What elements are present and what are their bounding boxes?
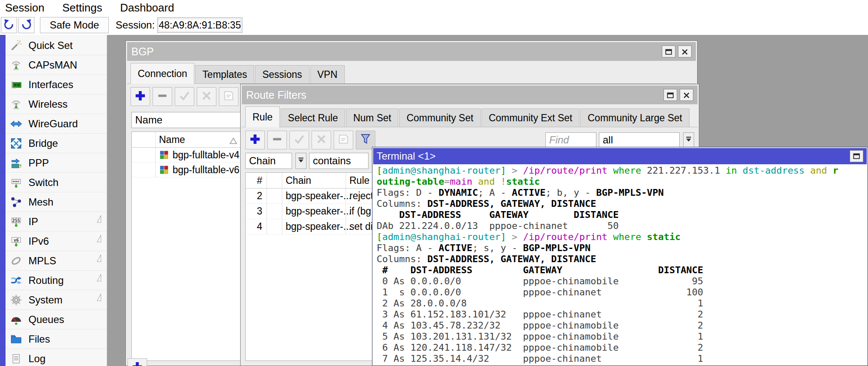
bgp-tab-templates[interactable]: Templates [195, 65, 254, 83]
submenu-arrow-icon [96, 253, 102, 263]
route-filters-tab-rule[interactable]: Rule [245, 106, 280, 127]
sidebar-item-files[interactable]: Files [6, 329, 107, 349]
submenu-arrow-icon [96, 292, 102, 302]
terminal-maximize-button[interactable] [850, 150, 863, 162]
bgp-tab-vpn[interactable]: VPN [310, 65, 345, 83]
filter-column-dropdown-arrow[interactable] [295, 153, 306, 169]
sidebar-item-queues[interactable]: Queues [6, 310, 107, 329]
add-button[interactable] [245, 131, 265, 149]
close-icon [681, 46, 689, 58]
scope-dropdown[interactable]: all [599, 132, 680, 148]
nic-icon [10, 78, 23, 91]
sidebar-item-routing[interactable]: Routing [6, 271, 107, 290]
bgp-close-button[interactable] [678, 46, 692, 57]
route-filters-tab-community-large-set[interactable]: Community Large Set [580, 109, 689, 127]
sidebar-menu: Quick SetCAPsMANInterfacesWirelessWireGu… [6, 36, 107, 366]
comment-button[interactable] [334, 131, 353, 149]
minus-icon [271, 133, 284, 147]
disable-button[interactable] [197, 87, 216, 106]
disable-button[interactable] [312, 131, 331, 149]
remove-button[interactable] [267, 131, 287, 149]
sidebar-item-ipv6[interactable]: v6IPv6 [6, 232, 107, 251]
sidebar-item-mesh[interactable]: Mesh [6, 192, 107, 212]
partial-add-button[interactable] [128, 358, 147, 366]
sidebar-item-log[interactable]: Log [6, 349, 107, 366]
sidebar-item-label: CAPsMAN [28, 59, 77, 71]
redo-icon [21, 19, 32, 31]
ip-255-icon: 255 [10, 215, 23, 228]
menu-session[interactable]: Session [3, 1, 53, 14]
log-sheet-icon [10, 352, 23, 365]
menu-dashboard[interactable]: Dashboard [118, 1, 182, 14]
sidebar-item-system[interactable]: System [6, 290, 107, 310]
bgp-maximize-button[interactable] [662, 46, 675, 57]
sidebar-item-quick-set[interactable]: Quick Set [6, 36, 107, 55]
bgp-titlebar[interactable]: BGP [127, 42, 696, 61]
plus-icon [134, 89, 147, 104]
undo-button[interactable] [1, 17, 17, 33]
menu-settings[interactable]: Settings [61, 1, 111, 14]
terminal-console[interactable]: [admin@shanghai-router] > /ip/route/prin… [373, 164, 867, 365]
filter-column-dropdown[interactable]: Chain [245, 153, 292, 169]
bgp-tab-sessions[interactable]: Sessions [255, 65, 309, 83]
route-filters-close-button[interactable] [680, 89, 693, 101]
route-filters-tab-num-set[interactable]: Num Set [346, 109, 398, 127]
bgp-window-title: BGP [131, 46, 154, 58]
gear-icon [10, 294, 23, 306]
sort-ascending-icon[interactable] [230, 136, 237, 147]
enable-button[interactable] [289, 131, 309, 149]
dropdown-arrow-icon [298, 157, 304, 165]
comment-button[interactable] [219, 87, 238, 106]
sidebar-item-mpls[interactable]: MPLS [6, 251, 107, 271]
route-filters-tab-select-rule[interactable]: Select Rule [281, 109, 345, 127]
check-icon [293, 133, 306, 147]
sidebar-item-interfaces[interactable]: Interfaces [6, 75, 107, 94]
route-filters-titlebar[interactable]: Route Filters [242, 86, 698, 104]
rule-header-icon[interactable] [267, 173, 282, 188]
rule-number-cell: 3 [246, 204, 267, 219]
find-placeholder: Find [549, 134, 569, 146]
session-id-field[interactable]: 48:A9:8A:91:B8:35 [157, 17, 242, 33]
scope-dropdown-arrow[interactable] [683, 132, 694, 148]
sidebar-item-label: Log [28, 353, 45, 365]
bgp-tab-connection[interactable]: Connection [130, 63, 194, 84]
folder-icon [10, 333, 23, 346]
find-input[interactable]: Find [545, 132, 596, 148]
rule-header-[interactable]: # [246, 173, 267, 188]
sidebar-item-wireless[interactable]: Wireless [6, 94, 107, 114]
route-filters-tab-community-ext-set[interactable]: Community Ext Set [482, 109, 580, 127]
main-toolbar: Safe Mode Session: 48:A9:8A:91:B8:35 [0, 15, 868, 35]
sidebar-item-label: Bridge [28, 137, 58, 149]
sidebar-item-ppp[interactable]: PPP [6, 153, 107, 173]
terminal-titlebar[interactable]: Terminal <1> [373, 148, 867, 164]
maximize-icon [667, 89, 674, 101]
sidebar-item-label: Quick Set [28, 40, 73, 51]
bgp-header-blank[interactable] [132, 132, 156, 147]
sidebar-item-switch[interactable]: Switch [6, 173, 107, 192]
route-filters-tab-community-set[interactable]: Community Set [399, 109, 480, 127]
add-button[interactable] [130, 87, 150, 106]
safe-mode-button[interactable]: Safe Mode [40, 17, 109, 33]
filter-operator-dropdown[interactable]: contains [309, 153, 369, 169]
enable-button[interactable] [175, 87, 194, 106]
remove-button[interactable] [153, 87, 172, 106]
plus-icon [131, 360, 144, 366]
rule-header-chain[interactable]: Chain [282, 173, 346, 188]
route-filters-window-title: Route Filters [246, 89, 306, 101]
redo-button[interactable] [18, 17, 34, 33]
bgp-connection-name: bgp-fulltable-v6 [173, 164, 239, 176]
bgp-tabstrip: ConnectionTemplatesSessionsVPN [127, 61, 696, 84]
x-icon [315, 133, 328, 147]
sidebar-item-ip[interactable]: 255IP [6, 212, 107, 232]
route-filters-maximize-button[interactable] [664, 89, 677, 101]
rule-number-cell: 4 [246, 219, 267, 234]
rule-chain-cell: bgp-speaker-... [282, 219, 346, 234]
sidebar-item-capsman[interactable]: CAPsMAN [6, 55, 107, 75]
bgp-connection-name: bgp-fulltable-v4 [173, 149, 239, 161]
ppp-icon [10, 157, 23, 169]
winbox-screen: SessionSettingsDashboard Safe Mode Sessi… [0, 0, 868, 366]
check-icon [178, 89, 191, 104]
sidebar-item-bridge[interactable]: Bridge [6, 134, 107, 153]
submenu-arrow-icon [96, 214, 102, 223]
sidebar-item-wireguard[interactable]: WireGuard [6, 114, 107, 134]
